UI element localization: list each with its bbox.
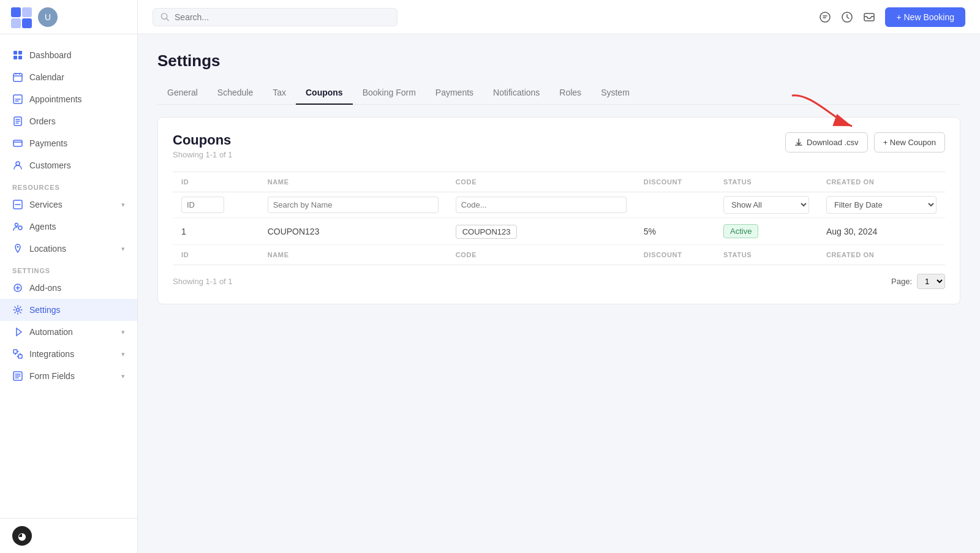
svg-point-18 <box>18 226 22 230</box>
svg-marker-22 <box>17 328 21 336</box>
chevron-down-icon: ▾ <box>121 350 125 358</box>
tab-booking-form[interactable]: Booking Form <box>353 81 426 105</box>
sidebar-item-integrations[interactable]: Integrations ▾ <box>0 343 137 365</box>
table-footer-header-row: ID Name Code Discount Status Created On <box>173 245 945 265</box>
table-filter-row: Show All Active Inactive Filter By Date <box>173 192 945 218</box>
new-booking-button[interactable]: + New Booking <box>885 7 965 27</box>
sidebar-item-automation[interactable]: Automation ▾ <box>0 321 137 343</box>
tab-schedule[interactable]: Schedule <box>208 81 263 105</box>
resources-section-label: Resources <box>0 176 137 194</box>
svg-point-15 <box>16 162 20 165</box>
customers-icon <box>12 160 23 171</box>
name-filter-input[interactable] <box>268 197 439 213</box>
status-badge: Active <box>723 224 758 238</box>
svg-rect-14 <box>13 140 22 146</box>
sidebar-item-orders[interactable]: Orders <box>0 110 137 132</box>
svg-point-21 <box>17 309 20 312</box>
tab-tax[interactable]: Tax <box>263 81 296 105</box>
sidebar-item-appointments[interactable]: Appointments <box>0 88 137 110</box>
settings-icon <box>12 304 23 315</box>
filter-id-cell <box>173 192 259 218</box>
svg-rect-2 <box>11 18 21 28</box>
page-select[interactable]: 1 <box>917 274 945 289</box>
orders-icon <box>12 116 23 127</box>
col-header-status: Status <box>715 172 818 192</box>
sidebar-item-label: Settings <box>29 305 61 315</box>
wordpress-icon: ◕ <box>12 526 32 546</box>
sidebar-item-formfields[interactable]: Form Fields ▾ <box>0 365 137 387</box>
dashboard-icon <box>12 50 23 61</box>
download-csv-button[interactable]: Download .csv <box>785 132 868 152</box>
cell-status: Active <box>715 218 818 245</box>
sidebar-item-dashboard[interactable]: Dashboard <box>0 44 137 66</box>
table-row: 1 COUPON123 COUPON123 5% Active Aug 30, … <box>173 218 945 245</box>
svg-rect-8 <box>13 73 22 81</box>
services-icon <box>12 199 23 210</box>
new-coupon-button[interactable]: + New Coupon <box>874 132 945 152</box>
filter-status-cell: Show All Active Inactive <box>715 192 818 218</box>
sidebar-item-label: Agents <box>29 222 56 231</box>
sidebar-item-label: Orders <box>29 116 56 126</box>
tab-roles[interactable]: Roles <box>549 81 591 105</box>
coupons-footer: Showing 1-1 of 1 Page: 1 <box>173 274 945 289</box>
filter-name-cell <box>259 192 447 218</box>
col-footer-code: Code <box>447 245 635 265</box>
cell-discount: 5% <box>635 218 715 245</box>
svg-rect-4 <box>13 51 17 55</box>
cell-name: COUPON123 <box>259 218 447 245</box>
page-label: Page: <box>891 277 912 286</box>
payments-icon <box>12 138 23 149</box>
sidebar-item-customers[interactable]: Customers <box>0 154 137 176</box>
sidebar-item-calendar[interactable]: Calendar <box>0 66 137 88</box>
appointments-icon <box>12 94 23 105</box>
col-header-id: ID <box>173 172 259 192</box>
svg-rect-6 <box>13 56 17 59</box>
sidebar-item-label: Locations <box>29 244 66 254</box>
sidebar-item-addons[interactable]: Add-ons <box>0 277 137 299</box>
sidebar-item-locations[interactable]: Locations ▾ <box>0 238 137 260</box>
table-header-row: ID Name Code Discount Status Created On <box>173 172 945 192</box>
tab-payments[interactable]: Payments <box>426 81 483 105</box>
sidebar-item-label: Add-ons <box>29 283 61 293</box>
footer-showing-text: Showing 1-1 of 1 <box>173 277 233 286</box>
col-header-name: Name <box>259 172 447 192</box>
agents-icon <box>12 221 23 232</box>
tab-coupons[interactable]: Coupons <box>296 81 353 105</box>
col-footer-name: Name <box>259 245 447 265</box>
search-input[interactable] <box>175 12 390 22</box>
locations-icon <box>12 243 23 254</box>
topbar-icons: + New Booking <box>819 7 965 27</box>
coupons-table: ID Name Code Discount Status Created On <box>173 171 945 265</box>
id-filter-input[interactable] <box>181 197 224 213</box>
col-footer-discount: Discount <box>635 245 715 265</box>
download-icon <box>794 138 803 147</box>
sidebar-item-settings[interactable]: Settings <box>0 299 137 321</box>
tab-system[interactable]: System <box>591 81 639 105</box>
search-box[interactable] <box>153 8 398 26</box>
status-filter-select[interactable]: Show All Active Inactive <box>723 196 809 214</box>
sidebar-item-label: Appointments <box>29 94 82 104</box>
sidebar-item-agents[interactable]: Agents <box>0 216 137 238</box>
date-filter-select[interactable]: Filter By Date <box>826 196 937 214</box>
chevron-down-icon: ▾ <box>121 245 125 253</box>
sidebar-nav: Dashboard Calendar Appointments Orders <box>0 34 137 518</box>
sidebar-item-payments[interactable]: Payments <box>0 132 137 154</box>
tab-notifications[interactable]: Notifications <box>483 81 549 105</box>
sidebar-item-services[interactable]: Services ▾ <box>0 194 137 216</box>
code-filter-input[interactable] <box>456 197 627 213</box>
inbox-icon[interactable] <box>863 10 875 23</box>
settings-section-label: Settings <box>0 260 137 277</box>
col-footer-status: Status <box>715 245 818 265</box>
tab-general[interactable]: General <box>157 81 208 105</box>
chevron-down-icon: ▾ <box>121 201 125 209</box>
chevron-down-icon: ▾ <box>121 328 125 336</box>
cell-created-on: Aug 30, 2024 <box>818 218 945 245</box>
filter-code-cell <box>447 192 635 218</box>
chat-icon[interactable] <box>819 10 831 23</box>
clock-icon[interactable] <box>841 10 853 23</box>
sidebar-item-label: Calendar <box>29 72 64 82</box>
code-badge: COUPON123 <box>456 225 518 239</box>
col-footer-created-on: Created On <box>818 245 945 265</box>
coupons-actions: Download .csv + New Coupon <box>785 132 945 152</box>
filter-discount-cell <box>635 192 715 218</box>
